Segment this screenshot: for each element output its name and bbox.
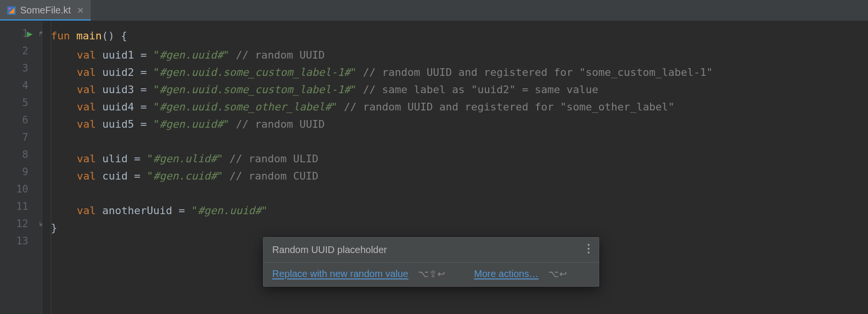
gutter-line[interactable]: 1 ▶ (0, 21, 42, 42)
popup-actions: Replace with new random value ⌥⇧↩ More a… (264, 263, 599, 286)
line-number: 2 (22, 45, 28, 57)
gutter-line[interactable]: 2 (0, 42, 42, 60)
operator: = (172, 205, 192, 217)
comment: // same label as "uuid2" = same value (357, 84, 598, 96)
comment: // random UUID (229, 49, 325, 61)
more-actions-link[interactable]: More actions… (474, 268, 539, 279)
operator: = (134, 118, 153, 130)
gutter-line[interactable]: 9 (0, 163, 42, 181)
gutter-line[interactable]: 8 (0, 146, 42, 163)
code-line[interactable]: val uuid1 = "#gen.uuid#" // random UUID (42, 46, 868, 63)
keyword: fun (51, 30, 70, 42)
kotlin-file-icon (7, 6, 16, 15)
string-quote: " (350, 84, 357, 96)
comment: // random UUID (229, 118, 325, 130)
gutter-line[interactable]: 11 (0, 198, 42, 215)
code-editor[interactable]: 1 ▶ 2 3 4 5 6 7 8 9 10 11 12 13 fun main… (0, 21, 868, 314)
string-quote: " (147, 153, 153, 165)
popup-header: Random UUID placeholder (264, 238, 599, 262)
run-gutter-icon[interactable]: ▶ (27, 29, 33, 38)
gutter-line[interactable]: 13 (0, 232, 42, 250)
function-name: main (76, 30, 102, 42)
svg-point-5 (588, 252, 590, 254)
code-line[interactable] (42, 184, 868, 202)
string-content: #gen.uuid# (159, 49, 223, 61)
keyword: val (77, 205, 96, 217)
string-content: #gen.ulid# (153, 153, 217, 165)
keyword: val (77, 118, 96, 130)
gutter-line[interactable]: 4 (0, 77, 42, 94)
keyword: val (77, 84, 96, 96)
identifier: anotherUuid (102, 205, 172, 217)
line-number: 5 (22, 97, 28, 109)
string-quote: " (147, 170, 153, 182)
svg-point-4 (588, 248, 590, 250)
shortcut-hint: ⌥⇧↩ (418, 268, 446, 279)
string-quote: " (223, 118, 229, 130)
code-line[interactable]: val uuid2 = "#gen.uuid.some_custom_label… (42, 63, 868, 81)
identifier: uuid3 (102, 84, 134, 96)
line-number: 6 (22, 114, 28, 126)
operator: = (134, 84, 153, 96)
line-number: 13 (16, 235, 28, 247)
code-line[interactable]: val uuid5 = "#gen.uuid#" // random UUID (42, 115, 868, 133)
line-number: 8 (22, 149, 28, 160)
line-number: 7 (22, 132, 28, 143)
identifier: uuid1 (102, 49, 134, 61)
gutter-line[interactable]: 5 (0, 94, 42, 111)
identifier: cuid (102, 170, 128, 182)
operator: = (134, 49, 153, 61)
string-content: #gen.uuid# (159, 118, 223, 130)
code-line[interactable]: val uuid3 = "#gen.uuid.some_custom_label… (42, 81, 868, 98)
operator: = (128, 153, 147, 165)
code-line[interactable]: val ulid = "#gen.ulid#" // random ULID (42, 150, 868, 167)
string-content: #gen.uuid.some_custom_label-1# (159, 66, 350, 78)
string-quote: " (153, 101, 159, 113)
gutter-line[interactable]: 12 (0, 215, 42, 232)
line-number: 4 (22, 80, 28, 91)
string-content: #gen.uuid# (198, 205, 261, 217)
more-vertical-icon[interactable] (587, 243, 590, 256)
punct: () { (102, 30, 127, 42)
string-quote: " (261, 205, 267, 217)
identifier: ulid (102, 153, 128, 165)
replace-action-link[interactable]: Replace with new random value (272, 268, 409, 279)
code-line[interactable]: } (42, 219, 868, 236)
string-content: #gen.uuid.some_other_label# (159, 101, 331, 113)
line-number: 11 (16, 201, 28, 212)
operator: = (134, 101, 153, 113)
popup-title: Random UUID placeholder (272, 244, 387, 255)
string-quote: " (331, 101, 338, 113)
svg-point-3 (588, 244, 590, 246)
line-number: 3 (22, 62, 28, 74)
tab-filename: SomeFile.kt (20, 5, 71, 16)
gutter-line[interactable]: 3 (0, 60, 42, 77)
code-line[interactable]: val cuid = "#gen.cuid#" // random CUID (42, 167, 868, 184)
indent-guide (51, 21, 51, 314)
code-line[interactable]: val uuid4 = "#gen.uuid.some_other_label#… (42, 98, 868, 115)
string-quote: " (217, 153, 223, 165)
gutter-line[interactable]: 10 (0, 181, 42, 198)
string-quote: " (153, 118, 159, 130)
code-line[interactable]: val anotherUuid = "#gen.uuid#" (42, 202, 868, 219)
keyword: val (77, 101, 96, 113)
editor-tab[interactable]: SomeFile.kt ✕ (0, 0, 91, 21)
gutter-line[interactable]: 7 (0, 129, 42, 146)
string-quote: " (153, 66, 159, 78)
operator: = (134, 66, 153, 78)
close-icon[interactable]: ✕ (77, 5, 84, 16)
punct: } (51, 222, 57, 234)
string-quote: " (153, 49, 159, 61)
gutter-line[interactable]: 6 (0, 111, 42, 129)
string-content: #gen.cuid# (153, 170, 217, 182)
line-number: 10 (16, 183, 28, 195)
identifier: uuid2 (102, 66, 134, 78)
string-quote: " (223, 49, 229, 61)
code-line[interactable]: fun main() { (42, 25, 868, 46)
string-quote: " (191, 205, 197, 217)
tab-bar: SomeFile.kt ✕ (0, 0, 868, 21)
string-quote: " (217, 170, 223, 182)
shortcut-hint: ⌥↩ (548, 268, 567, 279)
code-line[interactable] (42, 133, 868, 150)
string-content: #gen.uuid.some_custom_label-1# (159, 84, 350, 96)
